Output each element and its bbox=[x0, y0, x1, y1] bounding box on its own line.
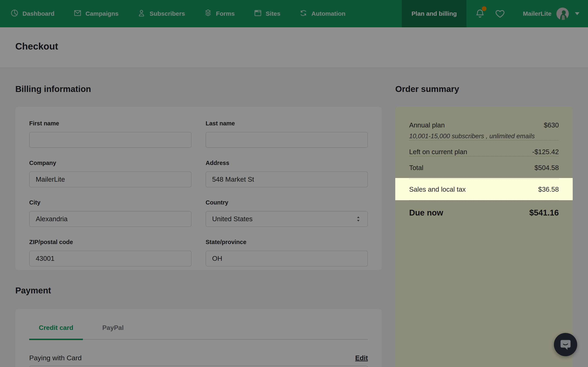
divider bbox=[409, 156, 559, 156]
nav-item-campaigns[interactable]: Campaigns bbox=[73, 9, 119, 19]
edit-payment-link[interactable]: Edit bbox=[355, 354, 368, 362]
zip-label: ZIP/postal code bbox=[29, 239, 191, 245]
country-label: Country bbox=[206, 199, 368, 206]
field-last-name: Last name bbox=[206, 120, 368, 151]
zip-input[interactable] bbox=[29, 250, 191, 267]
favorites-button[interactable] bbox=[495, 8, 505, 19]
field-address: Address bbox=[206, 159, 368, 191]
summary-row-total: Total $504.58 bbox=[409, 164, 559, 172]
field-company: Company bbox=[29, 159, 191, 191]
heart-icon bbox=[495, 8, 505, 19]
forms-layers-icon bbox=[204, 9, 212, 19]
paying-with-row: Paying with Card Edit bbox=[29, 354, 368, 362]
tab-credit-card[interactable]: Credit card bbox=[29, 324, 83, 339]
summary-row-label: Left on current plan bbox=[409, 148, 467, 156]
summary-row-label: Total bbox=[409, 164, 424, 172]
divider bbox=[409, 140, 559, 141]
field-city: City bbox=[29, 199, 191, 231]
account-name[interactable]: MailerLite bbox=[523, 10, 552, 17]
company-input[interactable] bbox=[29, 171, 191, 187]
summary-row-label: Sales and local tax bbox=[409, 185, 466, 193]
notification-dot bbox=[482, 6, 486, 11]
field-first-name: First name bbox=[29, 120, 191, 151]
city-input[interactable] bbox=[29, 211, 191, 227]
plan-description: 10,001-15,000 subscribers , unlimited em… bbox=[409, 132, 559, 140]
caret-down-icon[interactable] bbox=[575, 12, 579, 15]
summary-row-value: $36.58 bbox=[538, 185, 559, 193]
page-title: Checkout bbox=[15, 41, 58, 52]
nav-right-cluster: Plan and billing MailerLite bbox=[402, 0, 588, 27]
nav-item-automation[interactable]: Automation bbox=[299, 9, 346, 19]
summary-row-due-now: Due now $541.16 bbox=[409, 208, 559, 218]
card-details-box[interactable] bbox=[29, 366, 368, 367]
field-state: State/province bbox=[206, 239, 368, 270]
city-label: City bbox=[29, 199, 191, 206]
nav-item-label: Sites bbox=[266, 10, 281, 17]
avatar[interactable] bbox=[556, 8, 569, 20]
summary-row-left-on-plan: Left on current plan -$125.42 bbox=[409, 148, 559, 156]
last-name-label: Last name bbox=[206, 120, 368, 127]
summary-row-label: Annual plan bbox=[409, 121, 445, 129]
nav-item-label: Campaigns bbox=[86, 10, 119, 17]
summary-row-value: $541.16 bbox=[529, 208, 559, 218]
state-input[interactable] bbox=[206, 250, 368, 267]
subscribers-person-icon bbox=[137, 9, 146, 19]
notifications-button[interactable] bbox=[475, 8, 485, 19]
last-name-input[interactable] bbox=[206, 132, 368, 148]
nav-item-label: Forms bbox=[216, 10, 235, 17]
sites-browser-icon bbox=[254, 9, 262, 19]
main-content: Billing information First name Last name… bbox=[0, 68, 588, 367]
order-summary-card: Annual plan $630 10,001-15,000 subscribe… bbox=[395, 107, 573, 367]
nav-item-subscribers[interactable]: Subscribers bbox=[137, 9, 185, 19]
payment-heading: Payment bbox=[15, 286, 51, 295]
sales-tax-highlight: Sales and local tax $36.58 bbox=[395, 178, 573, 200]
nav-item-dashboard[interactable]: Dashboard bbox=[10, 9, 54, 19]
dashboard-clock-icon bbox=[10, 9, 19, 19]
select-stepper-icon bbox=[355, 216, 361, 222]
first-name-label: First name bbox=[29, 120, 191, 127]
billing-heading: Billing information bbox=[15, 84, 91, 94]
first-name-input[interactable] bbox=[29, 132, 191, 148]
summary-row-annual-plan: Annual plan $630 bbox=[409, 121, 559, 129]
payment-tabs: Credit card PayPal bbox=[29, 324, 368, 340]
nav-left-items: Dashboard Campaigns Subscribers Forms Si… bbox=[0, 9, 346, 19]
divider bbox=[409, 200, 559, 201]
summary-row-sales-tax: Sales and local tax $36.58 bbox=[409, 179, 559, 193]
field-country: Country United States bbox=[206, 199, 368, 231]
nav-item-label: Automation bbox=[311, 10, 346, 17]
summary-row-value: $630 bbox=[544, 121, 559, 129]
state-label: State/province bbox=[206, 239, 368, 245]
nav-item-forms[interactable]: Forms bbox=[204, 9, 235, 19]
summary-row-value: -$125.42 bbox=[532, 148, 559, 156]
company-label: Company bbox=[29, 159, 191, 166]
automation-refresh-icon bbox=[299, 9, 308, 19]
nav-item-label: Dashboard bbox=[22, 10, 54, 17]
nav-item-sites[interactable]: Sites bbox=[254, 9, 281, 19]
nav-item-plan-and-billing[interactable]: Plan and billing bbox=[402, 0, 467, 27]
page-header: Checkout bbox=[0, 27, 588, 68]
nav-item-label: Subscribers bbox=[149, 10, 185, 17]
paying-with-label: Paying with Card bbox=[29, 354, 82, 362]
tab-paypal[interactable]: PayPal bbox=[86, 324, 140, 339]
order-summary-heading: Order summary bbox=[395, 84, 459, 94]
address-label: Address bbox=[206, 159, 368, 166]
top-nav: Dashboard Campaigns Subscribers Forms Si… bbox=[0, 0, 588, 27]
country-select[interactable]: United States bbox=[206, 211, 368, 227]
address-input[interactable] bbox=[206, 171, 368, 187]
summary-row-value: $504.58 bbox=[535, 164, 559, 172]
billing-form-card: First name Last name Company Address Cit… bbox=[15, 107, 382, 270]
chat-launcher-button[interactable] bbox=[554, 333, 577, 356]
field-zip: ZIP/postal code bbox=[29, 239, 191, 270]
payment-card: Credit card PayPal Paying with Card Edit bbox=[15, 309, 382, 367]
campaigns-envelope-icon bbox=[73, 9, 82, 19]
summary-row-label: Due now bbox=[409, 208, 443, 218]
country-select-value: United States bbox=[212, 215, 252, 223]
chat-bubble-icon bbox=[559, 338, 572, 351]
